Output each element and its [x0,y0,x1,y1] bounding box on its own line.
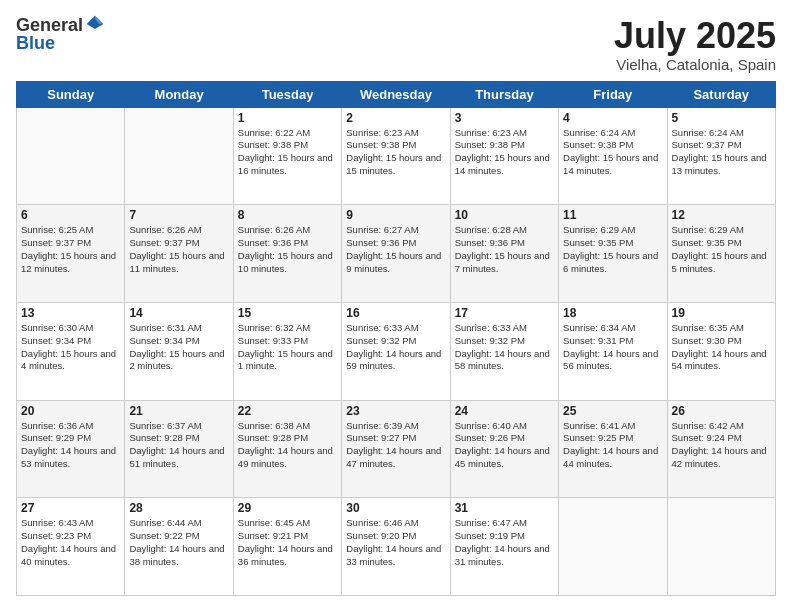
day-number: 12 [672,208,771,222]
cell-info: Sunrise: 6:44 AM Sunset: 9:22 PM Dayligh… [129,517,228,568]
table-row: 29Sunrise: 6:45 AM Sunset: 9:21 PM Dayli… [233,498,341,596]
calendar-week-row: 6Sunrise: 6:25 AM Sunset: 9:37 PM Daylig… [17,205,776,303]
day-number: 13 [21,306,120,320]
day-number: 19 [672,306,771,320]
table-row: 4Sunrise: 6:24 AM Sunset: 9:38 PM Daylig… [559,107,667,205]
table-row: 26Sunrise: 6:42 AM Sunset: 9:24 PM Dayli… [667,400,775,498]
table-row: 8Sunrise: 6:26 AM Sunset: 9:36 PM Daylig… [233,205,341,303]
col-friday: Friday [559,81,667,107]
title-section: July 2025 Vielha, Catalonia, Spain [614,16,776,73]
cell-info: Sunrise: 6:24 AM Sunset: 9:38 PM Dayligh… [563,127,662,178]
logo: General Blue [16,16,105,53]
col-saturday: Saturday [667,81,775,107]
day-number: 22 [238,404,337,418]
logo-general-text: General [16,16,83,34]
day-number: 3 [455,111,554,125]
col-monday: Monday [125,81,233,107]
table-row: 2Sunrise: 6:23 AM Sunset: 9:38 PM Daylig… [342,107,450,205]
table-row: 9Sunrise: 6:27 AM Sunset: 9:36 PM Daylig… [342,205,450,303]
day-number: 24 [455,404,554,418]
table-row: 20Sunrise: 6:36 AM Sunset: 9:29 PM Dayli… [17,400,125,498]
table-row [17,107,125,205]
calendar-week-row: 13Sunrise: 6:30 AM Sunset: 9:34 PM Dayli… [17,302,776,400]
day-number: 10 [455,208,554,222]
logo-blue-text: Blue [16,33,55,53]
cell-info: Sunrise: 6:29 AM Sunset: 9:35 PM Dayligh… [672,224,771,275]
table-row [125,107,233,205]
table-row: 7Sunrise: 6:26 AM Sunset: 9:37 PM Daylig… [125,205,233,303]
day-number: 11 [563,208,662,222]
table-row: 11Sunrise: 6:29 AM Sunset: 9:35 PM Dayli… [559,205,667,303]
day-number: 29 [238,501,337,515]
page: General Blue July 2025 Vielha, Catalonia… [0,0,792,612]
calendar-week-row: 20Sunrise: 6:36 AM Sunset: 9:29 PM Dayli… [17,400,776,498]
cell-info: Sunrise: 6:33 AM Sunset: 9:32 PM Dayligh… [346,322,445,373]
calendar-week-row: 27Sunrise: 6:43 AM Sunset: 9:23 PM Dayli… [17,498,776,596]
cell-info: Sunrise: 6:34 AM Sunset: 9:31 PM Dayligh… [563,322,662,373]
day-number: 18 [563,306,662,320]
calendar-table: Sunday Monday Tuesday Wednesday Thursday… [16,81,776,596]
cell-info: Sunrise: 6:27 AM Sunset: 9:36 PM Dayligh… [346,224,445,275]
cell-info: Sunrise: 6:37 AM Sunset: 9:28 PM Dayligh… [129,420,228,471]
cell-info: Sunrise: 6:38 AM Sunset: 9:28 PM Dayligh… [238,420,337,471]
table-row: 1Sunrise: 6:22 AM Sunset: 9:38 PM Daylig… [233,107,341,205]
table-row: 14Sunrise: 6:31 AM Sunset: 9:34 PM Dayli… [125,302,233,400]
table-row [559,498,667,596]
day-number: 8 [238,208,337,222]
cell-info: Sunrise: 6:40 AM Sunset: 9:26 PM Dayligh… [455,420,554,471]
cell-info: Sunrise: 6:32 AM Sunset: 9:33 PM Dayligh… [238,322,337,373]
day-number: 30 [346,501,445,515]
day-number: 27 [21,501,120,515]
logo-icon [85,14,105,34]
table-row: 23Sunrise: 6:39 AM Sunset: 9:27 PM Dayli… [342,400,450,498]
table-row: 12Sunrise: 6:29 AM Sunset: 9:35 PM Dayli… [667,205,775,303]
table-row: 30Sunrise: 6:46 AM Sunset: 9:20 PM Dayli… [342,498,450,596]
cell-info: Sunrise: 6:41 AM Sunset: 9:25 PM Dayligh… [563,420,662,471]
cell-info: Sunrise: 6:23 AM Sunset: 9:38 PM Dayligh… [346,127,445,178]
calendar-week-row: 1Sunrise: 6:22 AM Sunset: 9:38 PM Daylig… [17,107,776,205]
day-number: 4 [563,111,662,125]
day-number: 5 [672,111,771,125]
table-row [667,498,775,596]
table-row: 22Sunrise: 6:38 AM Sunset: 9:28 PM Dayli… [233,400,341,498]
calendar-header-row: Sunday Monday Tuesday Wednesday Thursday… [17,81,776,107]
cell-info: Sunrise: 6:42 AM Sunset: 9:24 PM Dayligh… [672,420,771,471]
day-number: 28 [129,501,228,515]
day-number: 26 [672,404,771,418]
table-row: 3Sunrise: 6:23 AM Sunset: 9:38 PM Daylig… [450,107,558,205]
table-row: 15Sunrise: 6:32 AM Sunset: 9:33 PM Dayli… [233,302,341,400]
cell-info: Sunrise: 6:28 AM Sunset: 9:36 PM Dayligh… [455,224,554,275]
day-number: 2 [346,111,445,125]
table-row: 5Sunrise: 6:24 AM Sunset: 9:37 PM Daylig… [667,107,775,205]
cell-info: Sunrise: 6:26 AM Sunset: 9:36 PM Dayligh… [238,224,337,275]
col-sunday: Sunday [17,81,125,107]
cell-info: Sunrise: 6:45 AM Sunset: 9:21 PM Dayligh… [238,517,337,568]
cell-info: Sunrise: 6:35 AM Sunset: 9:30 PM Dayligh… [672,322,771,373]
day-number: 17 [455,306,554,320]
day-number: 7 [129,208,228,222]
day-number: 16 [346,306,445,320]
cell-info: Sunrise: 6:30 AM Sunset: 9:34 PM Dayligh… [21,322,120,373]
cell-info: Sunrise: 6:47 AM Sunset: 9:19 PM Dayligh… [455,517,554,568]
col-thursday: Thursday [450,81,558,107]
cell-info: Sunrise: 6:46 AM Sunset: 9:20 PM Dayligh… [346,517,445,568]
cell-info: Sunrise: 6:39 AM Sunset: 9:27 PM Dayligh… [346,420,445,471]
table-row: 6Sunrise: 6:25 AM Sunset: 9:37 PM Daylig… [17,205,125,303]
cell-info: Sunrise: 6:23 AM Sunset: 9:38 PM Dayligh… [455,127,554,178]
day-number: 23 [346,404,445,418]
day-number: 1 [238,111,337,125]
cell-info: Sunrise: 6:22 AM Sunset: 9:38 PM Dayligh… [238,127,337,178]
table-row: 31Sunrise: 6:47 AM Sunset: 9:19 PM Dayli… [450,498,558,596]
table-row: 13Sunrise: 6:30 AM Sunset: 9:34 PM Dayli… [17,302,125,400]
table-row: 21Sunrise: 6:37 AM Sunset: 9:28 PM Dayli… [125,400,233,498]
cell-info: Sunrise: 6:43 AM Sunset: 9:23 PM Dayligh… [21,517,120,568]
month-title: July 2025 [614,16,776,56]
table-row: 28Sunrise: 6:44 AM Sunset: 9:22 PM Dayli… [125,498,233,596]
cell-info: Sunrise: 6:25 AM Sunset: 9:37 PM Dayligh… [21,224,120,275]
day-number: 25 [563,404,662,418]
table-row: 25Sunrise: 6:41 AM Sunset: 9:25 PM Dayli… [559,400,667,498]
table-row: 18Sunrise: 6:34 AM Sunset: 9:31 PM Dayli… [559,302,667,400]
day-number: 31 [455,501,554,515]
day-number: 9 [346,208,445,222]
table-row: 24Sunrise: 6:40 AM Sunset: 9:26 PM Dayli… [450,400,558,498]
